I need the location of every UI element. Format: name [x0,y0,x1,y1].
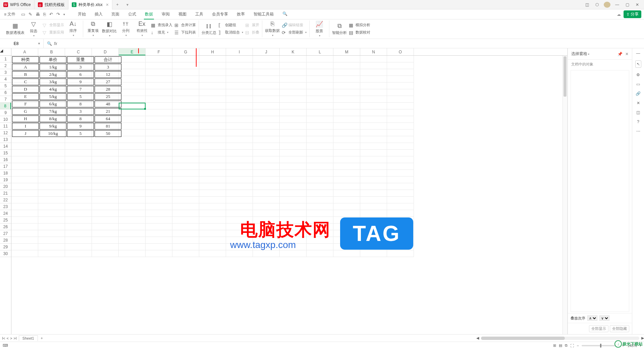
table-cell[interactable]: J [12,130,39,137]
sheet-tab[interactable]: Sheet1 [19,335,38,341]
more-tools-icon[interactable]: ⋯ [636,129,640,134]
add-sheet-button[interactable]: ＋ [38,336,46,341]
tab-start[interactable]: 开始 [73,9,90,19]
row-header[interactable]: 11 [0,123,11,130]
app-tab-document[interactable]: S 种类单价.xlsx × [68,0,112,9]
table-cell[interactable]: G [12,108,39,115]
row-header[interactable]: 15 [0,150,11,156]
spreadsheet-grid[interactable]: ◢ ABCDEFGHIJKLMNO 1234567891011121314151… [0,48,568,334]
table-cell[interactable]: 9/kg [40,123,66,130]
share-button[interactable]: ⇧ 分享 [624,10,641,18]
row-header[interactable]: 30 [0,250,11,257]
view-page-icon[interactable]: ▤ [559,343,562,348]
pin-icon[interactable]: 📌 [618,52,623,56]
vertical-scrollbar[interactable] [562,56,567,334]
selection-pane-title[interactable]: 选择窗格 [571,51,589,57]
column-header[interactable]: O [387,48,414,55]
data-compare-button[interactable]: ◧数据对比 [102,20,117,37]
group-button[interactable]: ⟦创建组 [218,22,243,28]
row-header[interactable]: 2 [0,62,11,69]
scroll-thumb[interactable] [564,56,567,97]
show-all-objects-button[interactable]: 全部显示 [589,325,608,332]
zoom-out-button[interactable]: − [577,344,579,348]
table-cell[interactable]: 28 [95,86,121,93]
column-header[interactable]: B [38,48,65,55]
row-header[interactable]: 26 [0,223,11,230]
table-cell[interactable]: 8/kg [40,115,66,122]
column-header[interactable]: D [92,48,119,55]
row-header[interactable]: 5 [0,83,11,89]
table-cell[interactable]: 7 [67,86,94,93]
cloud-icon[interactable]: ☁ [617,12,621,17]
stock-button[interactable]: 📈股票 [312,20,326,37]
fill-button[interactable]: ↓填充 [151,30,172,36]
print-icon[interactable]: ⎘ [42,12,47,17]
row-header[interactable]: 21 [0,190,11,197]
table-cell[interactable]: 5 [67,130,94,137]
reapply-button[interactable]: ▽重新应用 [43,30,64,36]
refresh-all-button[interactable]: ⟳全部刷新 [282,30,307,36]
select-all-corner[interactable]: ◢ [0,48,11,55]
row-header[interactable]: 4 [0,76,11,83]
save-icon[interactable]: 🖶 [35,12,41,17]
sheet-prev-icon[interactable]: < [6,336,8,340]
row-header[interactable]: 20 [0,183,11,190]
tab-menu-button[interactable]: ▾ [122,0,132,9]
name-box-input[interactable] [3,41,30,46]
sort-button[interactable]: A↓排序 [66,20,80,37]
table-cell[interactable]: 50 [95,130,121,137]
table-cell[interactable]: B [12,71,39,78]
collapse-button[interactable]: ⊟折叠 [245,30,259,36]
row-header[interactable]: 16 [0,156,11,163]
cells-area[interactable]: 种类单价重量合计A1/kg33B2/kg612C3/kg927D4/kg728E… [11,56,562,334]
row-header[interactable]: 8 [0,103,11,109]
row-header[interactable]: 28 [0,237,11,244]
column-header[interactable]: H [199,48,226,55]
add-tab-button[interactable]: ＋ [112,0,122,9]
table-cell[interactable]: 27 [95,79,121,85]
tab-ai-toolbox[interactable]: 智能工具箱 [249,9,278,19]
table-cell[interactable]: 9 [67,79,94,85]
table-cell[interactable]: 5 [67,93,94,100]
cube-icon[interactable]: ⬡ [594,2,600,7]
ungroup-button[interactable]: ⟧取消组合 [218,30,243,36]
subtotal-button[interactable]: ⫿⫿分类汇总 [202,22,216,35]
table-cell[interactable]: 9 [67,123,94,130]
search-icon[interactable]: 🔍 [278,9,292,19]
row-header[interactable]: 22 [0,197,11,203]
show-all-button[interactable]: ▽全部显示 [43,22,64,28]
table-cell[interactable]: 64 [95,115,121,122]
sheet-last-icon[interactable]: >I [13,336,16,340]
table-cell[interactable]: H [12,115,39,122]
table-cell[interactable]: 21 [95,108,121,115]
row-header[interactable]: 19 [0,177,11,183]
collapse-side-icon[interactable]: — [636,51,640,56]
table-cell[interactable]: 10/kg [40,130,66,137]
column-header[interactable]: L [307,48,333,55]
app-tab-template[interactable]: ◎ 找稻壳模板 [35,0,68,9]
open-icon[interactable]: ✎ [28,12,33,17]
zoom-dropdown-icon[interactable]: ▾ [640,344,641,347]
table-cell[interactable]: D [12,86,39,93]
table-cell[interactable]: 3/kg [40,79,66,85]
tab-insert[interactable]: 插入 [90,9,107,19]
row-header[interactable]: 18 [0,170,11,177]
ruler-tool-icon[interactable]: ✕ [637,101,640,105]
expand-button[interactable]: ⊞展开 [245,22,259,28]
minimize-button[interactable]: — [614,2,621,7]
help-icon[interactable]: ? [637,119,639,124]
layout-icon[interactable]: ◫ [584,2,590,7]
close-pane-icon[interactable]: ✕ [625,52,629,56]
table-cell[interactable]: A [12,64,39,70]
undo-icon[interactable]: ↶ [48,12,54,17]
link-tool-icon[interactable]: 🔗 [636,91,641,96]
hide-all-objects-button[interactable]: 全部隐藏 [610,325,629,332]
column-header[interactable]: J [253,48,280,55]
duplicates-button[interactable]: ⧉重复项 [86,20,100,37]
validation-button[interactable]: Ex有效性 [135,20,149,37]
name-box[interactable]: ▼ [0,39,44,48]
tab-tools[interactable]: 工具 [191,9,208,19]
fx-icon[interactable]: fx [54,41,57,46]
simulation-button[interactable]: ▦模拟分析 [349,22,370,28]
table-cell[interactable]: 8 [67,115,94,122]
